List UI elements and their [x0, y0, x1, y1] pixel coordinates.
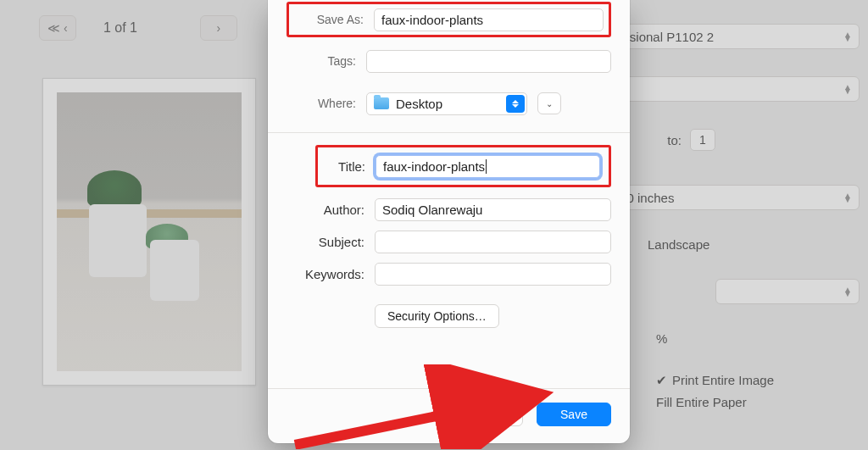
save-label: Save: [560, 408, 587, 421]
chevron-updown-icon: ▲▼: [843, 193, 852, 202]
presets-select[interactable]: ▲▼: [605, 76, 860, 102]
chevron-updown-icon: ▲▼: [843, 85, 852, 93]
expand-save-disclosure-button[interactable]: ⌄: [537, 92, 561, 114]
where-select[interactable]: Desktop: [366, 92, 527, 115]
title-label: Title:: [326, 159, 365, 174]
cancel-label: Canc: [494, 408, 522, 421]
callout-title: Title: faux-indoor-plants: [315, 145, 611, 187]
chevron-updown-icon: [506, 95, 525, 113]
print-entire-image-option[interactable]: Print Entire Image: [656, 373, 774, 388]
prev-page-group[interactable]: ≪ ‹: [39, 15, 76, 41]
title-value: faux-indoor-plants: [383, 159, 485, 174]
author-label: Author:: [287, 203, 364, 217]
tags-field[interactable]: [366, 50, 611, 73]
prev-page-icon: ‹: [64, 21, 68, 35]
callout-save-as: Save As: faux-indoor-plants: [287, 2, 611, 37]
security-options-label: Security Options…: [387, 309, 487, 323]
scale-percent: %: [656, 331, 667, 346]
keywords-field[interactable]: [375, 263, 611, 286]
save-button[interactable]: Save: [537, 403, 611, 426]
orientation-landscape: Landscape: [648, 237, 709, 252]
where-value: Desktop: [396, 97, 442, 111]
cancel-button[interactable]: Canc: [481, 403, 523, 426]
title-field[interactable]: faux-indoor-plants: [376, 155, 600, 178]
text-caret: [486, 159, 487, 174]
chevron-updown-icon: ▲▼: [843, 287, 852, 296]
range-to-label: to:: [648, 133, 682, 147]
paper-size-select[interactable]: .00 inches ▲▼: [605, 185, 860, 210]
save-sheet: Save As: faux-indoor-plants Tags: Where:…: [268, 0, 630, 443]
subject-label: Subject:: [287, 235, 364, 249]
subject-field[interactable]: [375, 231, 611, 253]
tags-label: Tags:: [287, 54, 356, 68]
dialog-footer: Canc Save: [268, 388, 630, 443]
keywords-label: Keywords:: [287, 267, 364, 281]
print-preview: [42, 78, 256, 386]
author-value: Sodiq Olanrewaju: [382, 203, 482, 217]
where-label: Where:: [287, 97, 356, 110]
range-to-value: 1: [699, 133, 706, 147]
first-page-icon: ≪: [47, 21, 60, 35]
chevron-down-icon: ⌄: [546, 99, 553, 108]
preview-image: [57, 92, 242, 371]
printer-select-value: essional P1102 2: [616, 30, 714, 44]
chevron-updown-icon: ▲▼: [843, 32, 852, 41]
save-as-label: Save As:: [294, 13, 364, 26]
save-as-field[interactable]: faux-indoor-plants: [374, 8, 604, 31]
app-menu-select[interactable]: ▲▼: [715, 279, 860, 304]
next-page-group[interactable]: ›: [200, 15, 237, 41]
printer-select[interactable]: essional P1102 2 ▲▼: [605, 24, 860, 49]
author-field[interactable]: Sodiq Olanrewaju: [375, 198, 611, 221]
section-divider: [268, 132, 630, 133]
print-options: essional P1102 2 ▲▼ ▲▼ to: 1 .00 inches …: [605, 24, 860, 436]
folder-icon: [374, 97, 389, 109]
next-page-icon: ›: [216, 21, 220, 35]
save-as-value: faux-indoor-plants: [381, 13, 483, 27]
fill-entire-paper-option[interactable]: Fill Entire Paper: [656, 395, 747, 409]
security-options-button[interactable]: Security Options…: [375, 304, 499, 328]
range-to-field[interactable]: 1: [690, 129, 715, 151]
page-count: 1 of 1: [103, 20, 137, 36]
